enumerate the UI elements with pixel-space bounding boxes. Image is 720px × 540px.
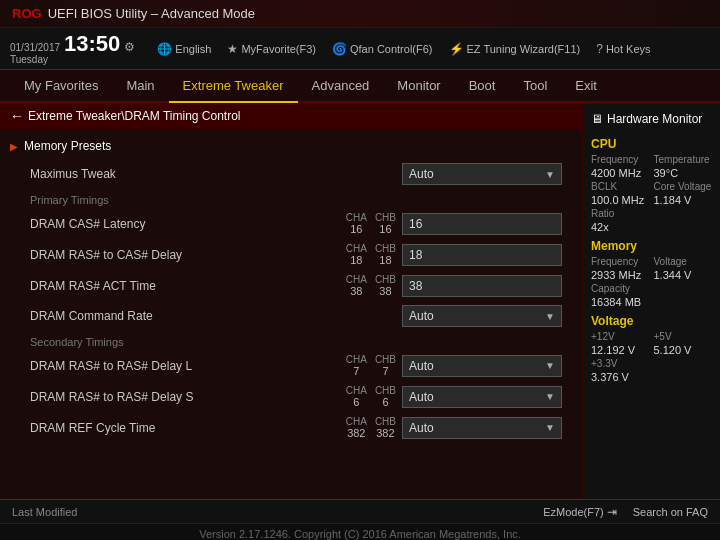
dram-cas-cha-col: CHA 16	[346, 212, 367, 235]
maximus-tweak-row: Maximus Tweak Auto ▼	[10, 159, 572, 189]
bottom-bar: Last Modified EzMode(F7) ⇥ Search on FAQ	[0, 499, 720, 523]
cha-value-4: 7	[353, 365, 359, 377]
chb-label-6: CHB	[375, 416, 396, 427]
memory-grid: Frequency Voltage 2933 MHz 1.344 V Capac…	[591, 256, 712, 308]
lightning-icon: ⚡	[449, 42, 464, 56]
dram-ras-cas-cha-col: CHA 18	[346, 243, 367, 266]
dram-ref-cycle-chb-col: CHB 382	[375, 416, 396, 439]
voltage-section-title: Voltage	[591, 314, 712, 328]
dram-ref-cycle-control: Auto ▼	[402, 417, 562, 439]
qfan-btn[interactable]: 🌀 Qfan Control(F6)	[332, 42, 433, 56]
dram-ras-ras-s-value: Auto	[409, 390, 434, 404]
date-display: 01/31/2017 Tuesday	[10, 42, 60, 66]
chb-value-3: 38	[379, 285, 391, 297]
globe-icon: 🌐	[157, 42, 172, 56]
v12-label: +12V	[591, 331, 650, 342]
fan-icon: 🌀	[332, 42, 347, 56]
expand-arrow-icon: ▶	[10, 141, 18, 152]
favorite-icon: ★	[227, 42, 238, 56]
cpu-ratio-value: 42x	[591, 221, 712, 233]
memory-presets-section: ▶ Memory Presets Maximus Tweak Auto ▼ Pr…	[0, 129, 582, 447]
ez-mode-label: EzMode(F7)	[543, 506, 604, 518]
title-bar: ROG UEFI BIOS Utility – Advanced Mode	[0, 0, 720, 28]
cpu-section-title: CPU	[591, 137, 712, 151]
main-area: ← Extreme Tweaker\DRAM Timing Control ▶ …	[0, 103, 720, 499]
cha-value: 16	[350, 223, 362, 235]
mem-volt-label: Voltage	[654, 256, 713, 267]
dram-ras-act-input[interactable]: 38	[402, 275, 562, 297]
hot-keys-label: Hot Keys	[606, 43, 651, 55]
dram-ras-cas-control: 18	[402, 244, 562, 266]
chb-label-4: CHB	[375, 354, 396, 365]
dram-cmd-rate-value: Auto	[409, 309, 434, 323]
nav-tool[interactable]: Tool	[509, 70, 561, 101]
dram-ras-ras-l-cha-chb: CHA 7 CHB 7	[346, 354, 396, 377]
cpu-freq-value: 4200 MHz	[591, 167, 650, 179]
mem-cap-value: 16384 MB	[591, 296, 712, 308]
back-arrow-icon[interactable]: ←	[10, 108, 24, 124]
cha-value-5: 6	[353, 396, 359, 408]
ez-mode-button[interactable]: EzMode(F7) ⇥	[543, 505, 617, 519]
dram-ref-cycle-cha-chb: CHA 382 CHB 382	[346, 416, 396, 439]
dram-ras-ras-l-select[interactable]: Auto ▼	[402, 355, 562, 377]
cpu-corevolt-label: Core Voltage	[654, 181, 713, 192]
nav-monitor[interactable]: Monitor	[383, 70, 454, 101]
dram-ras-ras-s-select[interactable]: Auto ▼	[402, 386, 562, 408]
dram-ras-cas-label: DRAM RAS# to CAS# Delay	[30, 248, 346, 262]
left-panel: ← Extreme Tweaker\DRAM Timing Control ▶ …	[0, 103, 582, 499]
hardware-monitor-panel: 🖥 Hardware Monitor CPU Frequency Tempera…	[582, 103, 720, 499]
nav-main[interactable]: Main	[112, 70, 168, 101]
cha-label-6: CHA	[346, 416, 367, 427]
bios-title: UEFI BIOS Utility – Advanced Mode	[48, 6, 255, 21]
hot-keys-btn[interactable]: ? Hot Keys	[596, 42, 650, 56]
dram-cas-chb-col: CHB 16	[375, 212, 396, 235]
chb-label: CHB	[375, 212, 396, 223]
mem-volt-value: 1.344 V	[654, 269, 713, 281]
dram-ras-act-cha-chb: CHA 38 CHB 38	[346, 274, 396, 297]
breadcrumb: ← Extreme Tweaker\DRAM Timing Control	[0, 103, 582, 129]
cpu-freq-label: Frequency	[591, 154, 650, 165]
cha-label-2: CHA	[346, 243, 367, 254]
bottom-right-buttons: EzMode(F7) ⇥ Search on FAQ	[543, 505, 708, 519]
memory-section-title: Memory	[591, 239, 712, 253]
dropdown-arrow-icon-2: ▼	[545, 311, 555, 322]
dram-cas-input[interactable]: 16	[402, 213, 562, 235]
dram-ras-cas-chb-col: CHB 18	[375, 243, 396, 266]
dram-ras-cas-input[interactable]: 18	[402, 244, 562, 266]
cha-value-6: 382	[347, 427, 365, 439]
memory-presets-toggle[interactable]: ▶ Memory Presets	[10, 133, 572, 159]
dram-ras-act-row: DRAM RAS# ACT Time CHA 38 CHB 38 38	[10, 270, 572, 301]
cpu-ratio-label: Ratio	[591, 208, 712, 219]
memory-presets-label: Memory Presets	[24, 139, 111, 153]
nav-boot[interactable]: Boot	[455, 70, 510, 101]
v5-label: +5V	[654, 331, 713, 342]
dram-ras-ras-s-row: DRAM RAS# to RAS# Delay S CHA 6 CHB 6 Au…	[10, 381, 572, 412]
dram-ref-cycle-value: Auto	[409, 421, 434, 435]
secondary-timings-label: Secondary Timings	[10, 331, 572, 350]
cha-label-3: CHA	[346, 274, 367, 285]
myfavorite-btn[interactable]: ★ MyFavorite(F3)	[227, 42, 316, 56]
chb-value: 16	[379, 223, 391, 235]
nav-my-favorites[interactable]: My Favorites	[10, 70, 112, 101]
hw-monitor-title: 🖥 Hardware Monitor	[591, 109, 712, 131]
dram-cas-label: DRAM CAS# Latency	[30, 217, 346, 231]
nav-advanced[interactable]: Advanced	[298, 70, 384, 101]
info-bar-items: 🌐 English ★ MyFavorite(F3) 🌀 Qfan Contro…	[157, 42, 650, 56]
maximus-tweak-select[interactable]: Auto ▼	[402, 163, 562, 185]
qfan-label: Qfan Control(F6)	[350, 43, 433, 55]
mem-cap-label: Capacity	[591, 283, 712, 294]
dram-ras-ras-s-control: Auto ▼	[402, 386, 562, 408]
dram-cmd-rate-select[interactable]: Auto ▼	[402, 305, 562, 327]
ez-tuning-btn[interactable]: ⚡ EZ Tuning Wizard(F11)	[449, 42, 581, 56]
language-selector[interactable]: 🌐 English	[157, 42, 211, 56]
dram-ras-ras-l-chb-col: CHB 7	[375, 354, 396, 377]
maximus-tweak-value: Auto	[409, 167, 434, 181]
chb-value-5: 6	[382, 396, 388, 408]
nav-extreme-tweaker[interactable]: Extreme Tweaker	[169, 70, 298, 103]
dropdown-arrow-icon-3: ▼	[545, 360, 555, 371]
cha-value-3: 38	[350, 285, 362, 297]
nav-exit[interactable]: Exit	[561, 70, 611, 101]
dram-ref-cycle-select[interactable]: Auto ▼	[402, 417, 562, 439]
cpu-temp-value: 39°C	[654, 167, 713, 179]
search-faq-button[interactable]: Search on FAQ	[633, 506, 708, 518]
